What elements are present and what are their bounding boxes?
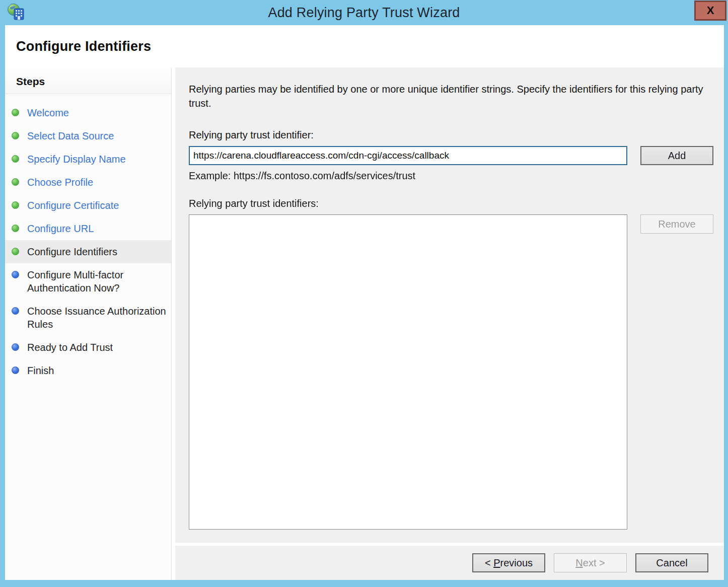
step-done-icon <box>12 109 19 116</box>
sidebar-item-specify-display-name[interactable]: Specify Display Name <box>5 148 171 171</box>
step-label: Specify Display Name <box>27 153 126 166</box>
sidebar-item-finish: Finish <box>5 359 171 382</box>
next-button[interactable]: Next > <box>554 553 627 572</box>
example-text: Example: https://fs.contoso.com/adfs/ser… <box>189 170 724 182</box>
step-done-icon <box>12 201 19 209</box>
identifiers-listbox[interactable] <box>189 214 627 530</box>
sidebar-item-configure-certificate[interactable]: Configure Certificate <box>5 194 171 217</box>
sidebar-item-configure-multifactor: Configure Multi-factor Authentication No… <box>5 263 171 300</box>
page-title: Configure Identifiers <box>16 39 151 54</box>
step-label: Choose Issuance Authorization Rules <box>27 305 166 331</box>
sidebar-item-welcome[interactable]: Welcome <box>5 101 171 124</box>
content-panel: Relying parties may be identified by one… <box>175 67 724 543</box>
window-border-bottom <box>0 580 728 587</box>
step-upcoming-icon <box>12 307 19 315</box>
step-done-icon <box>12 132 19 139</box>
sidebar-item-select-data-source[interactable]: Select Data Source <box>5 124 171 148</box>
wizard-footer: < Previous Next > Cancel <box>175 546 724 580</box>
close-button[interactable]: X <box>694 1 726 21</box>
sidebar-item-configure-url[interactable]: Configure URL <box>5 217 171 240</box>
add-button[interactable]: Add <box>640 146 713 165</box>
steps-panel: Steps Welcome Select Data Source Specify… <box>5 67 172 580</box>
steps-title: Steps <box>5 67 171 94</box>
relying-party-identifier-input[interactable] <box>189 146 627 165</box>
identifiers-list-label: Relying party trust identifiers: <box>189 198 724 209</box>
step-label: Select Data Source <box>27 129 114 142</box>
step-upcoming-icon <box>12 366 19 374</box>
window-border-right <box>724 25 728 587</box>
titlebar: Add Relying Party Trust Wizard X <box>0 0 728 25</box>
steps-list: Welcome Select Data Source Specify Displ… <box>5 94 171 382</box>
step-done-icon <box>12 225 19 232</box>
page-description: Relying parties may be identified by one… <box>189 82 705 110</box>
step-done-icon <box>12 155 19 163</box>
cancel-button[interactable]: Cancel <box>635 553 708 572</box>
remove-button[interactable]: Remove <box>640 214 713 234</box>
sidebar-item-choose-issuance-rules: Choose Issuance Authorization Rules <box>5 300 171 336</box>
sidebar-item-choose-profile[interactable]: Choose Profile <box>5 171 171 194</box>
previous-button[interactable]: < Previous <box>472 553 545 572</box>
page-header: Configure Identifiers <box>5 25 724 67</box>
window-border-left <box>0 25 5 587</box>
step-upcoming-icon <box>12 343 19 351</box>
step-label: Choose Profile <box>27 176 93 189</box>
step-label: Configure Multi-factor Authentication No… <box>27 268 166 295</box>
step-label: Configure Identifiers <box>27 245 117 258</box>
step-upcoming-icon <box>12 271 19 278</box>
identifier-label: Relying party trust identifier: <box>189 129 724 141</box>
step-label: Ready to Add Trust <box>27 341 113 354</box>
step-label: Configure URL <box>27 222 94 235</box>
step-label: Configure Certificate <box>27 199 119 212</box>
sidebar-item-ready-to-add-trust: Ready to Add Trust <box>5 336 171 359</box>
step-label: Welcome <box>27 106 69 119</box>
wizard-window: Add Relying Party Trust Wizard X Configu… <box>0 0 728 587</box>
step-label: Finish <box>27 364 54 377</box>
step-current-icon <box>12 248 19 255</box>
step-done-icon <box>12 178 19 186</box>
sidebar-item-configure-identifiers: Configure Identifiers <box>5 240 171 263</box>
adfs-wizard-icon <box>7 3 26 22</box>
window-title: Add Relying Party Trust Wizard <box>0 5 728 21</box>
